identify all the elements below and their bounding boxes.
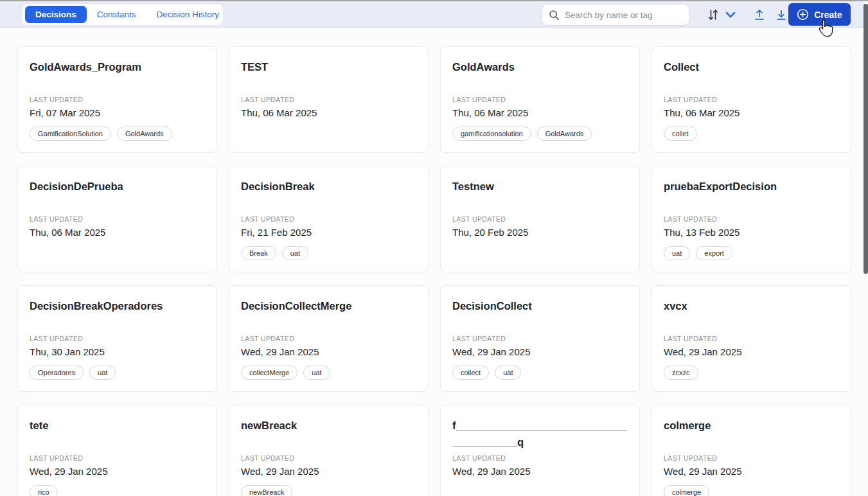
tag-list: Operadoresuat xyxy=(30,366,206,380)
tag-list: newBreack xyxy=(241,485,418,496)
last-updated-label: LAST UPDATED xyxy=(30,335,206,342)
tag-pill[interactable]: uat xyxy=(495,366,521,380)
tag-pill[interactable]: GoldAwards xyxy=(537,127,592,141)
card-meta: LAST UPDATED Thu, 30 Jan 2025 xyxy=(30,335,206,357)
decision-card[interactable]: TEST LAST UPDATED Thu, 06 Mar 2025 xyxy=(229,46,429,153)
card-title: newBreack xyxy=(241,417,418,434)
last-updated-label: LAST UPDATED xyxy=(452,454,629,462)
search-box[interactable] xyxy=(542,4,689,26)
tag-list: collet xyxy=(664,127,840,141)
tag-list: rico xyxy=(30,485,206,496)
card-title: TEST xyxy=(241,58,418,75)
card-title: colmerge xyxy=(664,417,840,434)
tag-list: gamificationsolutionGoldAwards xyxy=(452,127,629,141)
tab-group: Decisions Constants Decision History xyxy=(21,3,224,26)
tag-pill[interactable]: export xyxy=(696,246,732,260)
decision-card[interactable]: Collect LAST UPDATED Thu, 06 Mar 2025 co… xyxy=(651,46,851,153)
card-title: tete xyxy=(30,417,206,434)
last-updated-label: LAST UPDATED xyxy=(664,454,840,462)
tag-list: uatexport xyxy=(664,246,840,260)
last-updated-label: LAST UPDATED xyxy=(241,454,418,462)
tag-pill[interactable]: collet xyxy=(664,127,697,141)
decision-card[interactable]: newBreack LAST UPDATED Wed, 29 Jan 2025 … xyxy=(229,405,429,496)
decision-card[interactable]: DecisionBreak LAST UPDATED Fri, 21 Feb 2… xyxy=(229,166,429,272)
upload-icon[interactable] xyxy=(752,8,767,22)
content-area: GoldAwards_Program LAST UPDATED Fri, 07 … xyxy=(0,28,864,496)
topbar: Decisions Constants Decision History xyxy=(0,1,864,28)
tab-decisions[interactable]: Decisions xyxy=(25,6,87,23)
tag-pill[interactable]: GamificationSolution xyxy=(30,127,111,141)
tag-pill[interactable]: newBreack xyxy=(241,485,292,496)
last-updated-label: LAST UPDATED xyxy=(664,96,840,103)
tag-pill[interactable]: rico xyxy=(30,485,58,496)
last-updated-date: Thu, 20 Feb 2025 xyxy=(452,227,629,238)
last-updated-label: LAST UPDATED xyxy=(452,215,629,223)
decision-card[interactable]: DecisionCollect LAST UPDATED Wed, 29 Jan… xyxy=(440,285,640,392)
decision-card[interactable]: pruebaExportDecision LAST UPDATED Thu, 1… xyxy=(651,166,851,272)
last-updated-date: Thu, 06 Mar 2025 xyxy=(241,107,418,118)
scrollbar-thumb[interactable] xyxy=(864,4,868,274)
last-updated-label: LAST UPDATED xyxy=(30,96,206,103)
card-meta: LAST UPDATED Wed, 29 Jan 2025 xyxy=(664,335,840,357)
card-meta: LAST UPDATED Thu, 06 Mar 2025 xyxy=(452,96,629,118)
card-title: GoldAwards xyxy=(452,58,629,75)
decision-card[interactable]: GoldAwards_Program LAST UPDATED Fri, 07 … xyxy=(17,46,217,153)
last-updated-date: Wed, 29 Jan 2025 xyxy=(30,466,206,477)
tag-pill[interactable]: Operadores xyxy=(30,366,84,380)
last-updated-date: Fri, 21 Feb 2025 xyxy=(241,227,418,238)
card-meta: LAST UPDATED Wed, 29 Jan 2025 xyxy=(30,454,206,477)
plus-circle-icon xyxy=(797,8,809,21)
last-updated-date: Wed, 29 Jan 2025 xyxy=(664,466,840,477)
decision-card[interactable]: colmerge LAST UPDATED Wed, 29 Jan 2025 c… xyxy=(651,405,851,496)
card-meta: LAST UPDATED Wed, 29 Jan 2025 xyxy=(452,454,629,477)
last-updated-date: Wed, 29 Jan 2025 xyxy=(664,346,840,357)
tag-pill[interactable]: gamificationsolution xyxy=(452,127,531,141)
scrollbar-track[interactable] xyxy=(864,1,868,496)
decision-card[interactable]: Testnew LAST UPDATED Thu, 20 Feb 2025 xyxy=(440,166,640,272)
tag-pill[interactable]: zcxzc xyxy=(664,366,698,380)
card-meta: LAST UPDATED Wed, 29 Jan 2025 xyxy=(241,335,418,357)
decision-card[interactable]: GoldAwards LAST UPDATED Thu, 06 Mar 2025… xyxy=(440,46,640,153)
tag-pill[interactable]: Break xyxy=(241,246,276,260)
chevron-down-icon[interactable] xyxy=(722,8,739,22)
sort-arrows-icon[interactable] xyxy=(705,8,721,22)
toolbar-icons xyxy=(705,6,789,23)
card-title: DecisionDePrueba xyxy=(30,178,206,195)
search-icon xyxy=(549,10,560,21)
download-icon[interactable] xyxy=(774,8,789,22)
last-updated-label: LAST UPDATED xyxy=(664,335,840,342)
last-updated-label: LAST UPDATED xyxy=(241,215,418,223)
last-updated-label: LAST UPDATED xyxy=(30,215,206,223)
tag-pill[interactable]: uat xyxy=(664,246,690,260)
tag-list: GamificationSolutionGoldAwards xyxy=(30,127,206,141)
card-title: pruebaExportDecision xyxy=(664,178,840,195)
last-updated-label: LAST UPDATED xyxy=(664,215,840,223)
decision-card[interactable]: DecisionBreakOperadores LAST UPDATED Thu… xyxy=(17,285,217,392)
decision-card[interactable]: DecisionDePrueba LAST UPDATED Thu, 06 Ma… xyxy=(17,166,217,272)
last-updated-date: Thu, 06 Mar 2025 xyxy=(30,227,206,238)
card-grid: GoldAwards_Program LAST UPDATED Fri, 07 … xyxy=(17,46,864,496)
tag-pill[interactable]: collect xyxy=(452,366,489,380)
last-updated-date: Thu, 13 Feb 2025 xyxy=(664,227,840,238)
tag-list: colmerge xyxy=(664,485,840,496)
tag-pill[interactable]: uat xyxy=(89,366,116,380)
tab-constants[interactable]: Constants xyxy=(87,6,146,23)
create-button[interactable]: Create xyxy=(788,3,851,26)
card-title: Testnew xyxy=(452,178,629,195)
tag-pill[interactable]: uat xyxy=(282,246,308,260)
tab-decision-history[interactable]: Decision History xyxy=(146,6,230,23)
tag-pill[interactable]: uat xyxy=(303,366,330,380)
tag-pill[interactable]: collectMerge xyxy=(241,366,297,380)
decision-card[interactable]: tete LAST UPDATED Wed, 29 Jan 2025 rico xyxy=(17,405,217,496)
window-top-edge xyxy=(0,0,868,1)
tag-pill[interactable]: GoldAwards xyxy=(117,127,172,141)
decision-card[interactable]: f_______________________________________… xyxy=(440,405,640,496)
tag-pill[interactable]: colmerge xyxy=(664,485,709,496)
search-input[interactable] xyxy=(565,10,680,20)
card-title: DecisionCollect xyxy=(452,297,629,314)
last-updated-label: LAST UPDATED xyxy=(30,454,206,462)
card-meta: LAST UPDATED Thu, 06 Mar 2025 xyxy=(664,96,840,118)
card-meta: LAST UPDATED Wed, 29 Jan 2025 xyxy=(241,454,418,477)
decision-card[interactable]: xvcx LAST UPDATED Wed, 29 Jan 2025 zcxzc xyxy=(651,285,851,392)
decision-card[interactable]: DecisionCollectMerge LAST UPDATED Wed, 2… xyxy=(229,285,429,392)
